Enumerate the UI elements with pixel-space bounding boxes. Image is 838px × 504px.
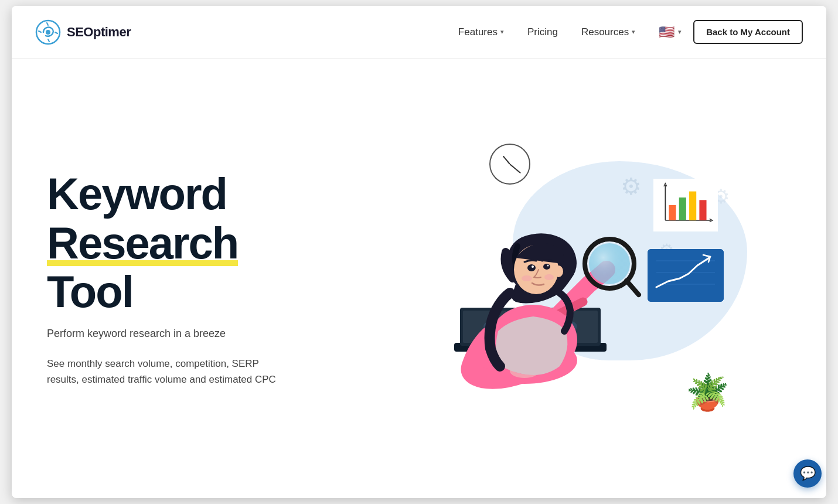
svg-point-17 [543,264,550,270]
bar-chart [653,179,718,231]
hero-section: Keyword Research Tool Perform keyword re… [12,59,826,498]
svg-point-16 [527,264,536,271]
svg-point-19 [547,265,549,267]
svg-point-20 [522,275,532,281]
hero-right: ⚙ ⚙ ⚙ [340,59,791,498]
svg-point-11 [589,243,630,284]
svg-point-15 [554,265,563,277]
logo-area[interactable]: SEOptimer [35,19,131,45]
chat-bubble-button[interactable]: 💬 [793,459,822,488]
nav-right: 🇺🇸 ▾ Back to My Account [659,20,803,44]
illustration-container: ⚙ ⚙ ⚙ [396,126,735,431]
title-line2: Research [47,219,238,268]
title-line3: Tool [47,267,133,316]
nav-features[interactable]: Features ▾ [458,26,504,38]
svg-rect-27 [699,200,706,220]
svg-point-21 [544,274,554,280]
trend-card [648,249,724,302]
browser-frame: SEOptimer Features ▾ Pricing Resources ▾… [12,6,826,498]
hero-left: Keyword Research Tool Perform keyword re… [47,169,340,387]
navbar: SEOptimer Features ▾ Pricing Resources ▾… [12,6,826,59]
brand-name: SEOptimer [67,25,131,40]
chat-icon: 💬 [800,466,816,481]
back-to-account-button[interactable]: Back to My Account [693,20,803,44]
us-flag-icon: 🇺🇸 [659,25,675,40]
svg-rect-24 [669,205,676,220]
title-line1: Keyword [47,169,227,219]
hero-description: See monthly search volume, competition, … [47,356,293,387]
svg-rect-26 [689,192,696,220]
hero-subtitle: Perform keyword research in a breeze [47,326,340,342]
nav-pricing[interactable]: Pricing [527,26,558,38]
nav-links: Features ▾ Pricing Resources ▾ [458,26,635,38]
features-chevron-icon: ▾ [500,28,504,36]
resources-chevron-icon: ▾ [632,28,635,36]
clock-icon [489,144,530,185]
language-chevron-icon: ▾ [678,28,682,36]
svg-rect-25 [679,197,686,220]
hero-title: Keyword Research Tool [47,169,340,316]
svg-line-12 [626,281,639,295]
logo-icon [35,19,61,45]
nav-resources[interactable]: Resources ▾ [581,26,635,38]
svg-point-1 [46,30,50,35]
language-selector[interactable]: 🇺🇸 ▾ [659,25,682,40]
clock-minute-hand [509,164,521,173]
svg-point-18 [532,265,534,268]
plant-icon: 🪴 [686,372,730,413]
clock-hour-hand [503,156,510,165]
person-illustration [407,167,653,413]
